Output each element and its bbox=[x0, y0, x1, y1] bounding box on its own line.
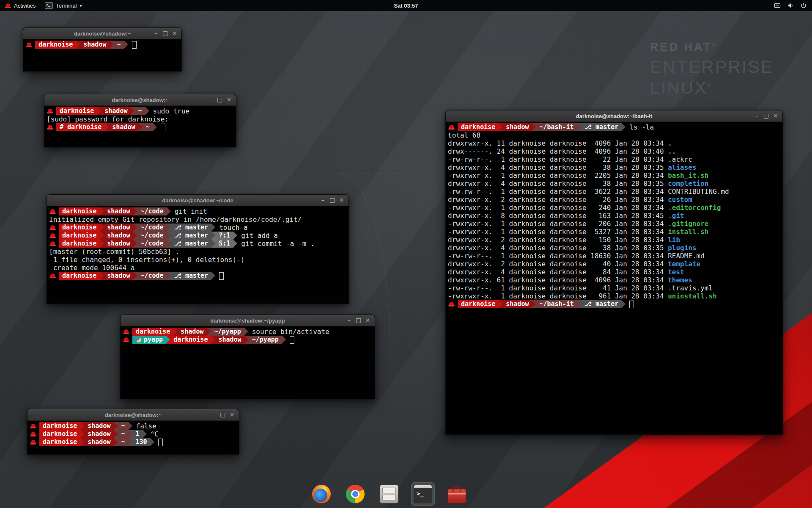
output-text: README.md bbox=[668, 252, 705, 260]
window-titlebar[interactable]: darknoise@shadow:~/code–□× bbox=[47, 195, 348, 206]
output-text: template bbox=[668, 260, 700, 268]
terminal-line: darknoiseshadow~130 bbox=[30, 438, 238, 446]
terminal-line: [sudo] password for darknoise: bbox=[47, 115, 235, 123]
output-text: -rwxrwxr-x. 1 darknoise darknoise 206 Ja… bbox=[448, 220, 668, 228]
window-titlebar[interactable]: darknoise@shadow:~–□× bbox=[23, 28, 181, 39]
terminal-line: darknoiseshadow~/code⎇ masterS:1git comm… bbox=[49, 240, 348, 248]
clock[interactable]: Sat 03:57 bbox=[394, 3, 418, 9]
output-text: -rw-rw-r--. 1 darknoise darknoise 3622 J… bbox=[448, 188, 668, 196]
terminal-line: -rwxrwxr-x. 1 darknoise darknoise 961 Ja… bbox=[448, 292, 782, 300]
prompt-segment-path: ~/code bbox=[137, 224, 167, 232]
prompt-segment-path: ~ bbox=[118, 438, 128, 446]
window-titlebar[interactable]: darknoise@shadow:~/pyapp–□× bbox=[121, 315, 375, 326]
prompt-segment-user: darknoise bbox=[39, 422, 80, 430]
terminal-line: drwxrwxr-x. 4 darknoise darknoise 38 Jan… bbox=[448, 179, 782, 188]
dock-software[interactable] bbox=[445, 482, 469, 506]
powerline-separator-icon bbox=[114, 438, 118, 446]
redhat-prompt-icon bbox=[30, 439, 36, 445]
prompt-segment-host: shadow bbox=[101, 107, 131, 115]
maximize-button[interactable]: □ bbox=[219, 411, 227, 419]
powerline-separator-icon bbox=[245, 336, 249, 344]
dock-terminal[interactable] bbox=[411, 482, 435, 506]
app-menu[interactable]: Terminal ▾ bbox=[40, 0, 86, 11]
close-button[interactable]: × bbox=[337, 196, 346, 204]
prompt-segment-git: ⎇ master bbox=[171, 224, 212, 232]
prompt-segment-host: shadow bbox=[104, 232, 133, 240]
powerline-separator-icon bbox=[577, 300, 581, 308]
terminal-content[interactable]: darknoiseshadow~falsedarknoiseshadow~1^C… bbox=[27, 421, 239, 454]
powerline-separator-icon bbox=[173, 328, 177, 336]
powerline-separator-icon bbox=[76, 41, 80, 49]
prompt-segment-path: ~/pyapp bbox=[211, 328, 244, 336]
output-text: install.sh bbox=[668, 228, 708, 236]
output-text: .ackrc bbox=[668, 155, 692, 163]
prompt-segment-git: ⎇ master bbox=[171, 240, 212, 248]
prompt-segment-path: ~ bbox=[134, 107, 145, 115]
maximize-button[interactable]: □ bbox=[161, 30, 169, 38]
maximize-button[interactable]: □ bbox=[354, 317, 362, 325]
output-text: drwxrwxr-x. 4 darknoise darknoise 38 Jan… bbox=[448, 244, 668, 252]
window-titlebar[interactable]: darknoise@shadow:~–□× bbox=[27, 409, 239, 421]
display-icon[interactable] bbox=[774, 2, 781, 9]
close-button[interactable]: × bbox=[225, 96, 233, 104]
prompt-segment-host: shadow bbox=[215, 336, 244, 344]
window-titlebar[interactable]: darknoise@shadow:~–□× bbox=[44, 94, 236, 106]
maximize-button[interactable]: □ bbox=[762, 112, 770, 120]
power-icon[interactable] bbox=[800, 2, 807, 9]
powerline-separator-icon bbox=[167, 272, 171, 280]
volume-icon[interactable] bbox=[787, 2, 794, 9]
redhat-prompt-icon bbox=[30, 423, 36, 429]
terminal-window-3: darknoise@shadow:~/code–□×darknoiseshado… bbox=[47, 194, 349, 304]
output-text: test bbox=[668, 268, 684, 276]
powerline-separator-icon bbox=[211, 240, 215, 248]
minimize-button[interactable]: – bbox=[152, 30, 160, 38]
powerline-separator-icon bbox=[133, 272, 137, 280]
maximize-button[interactable]: □ bbox=[216, 96, 224, 104]
output-text: .travis.yml bbox=[668, 284, 713, 292]
dock-chrome[interactable] bbox=[343, 482, 367, 506]
powerline-separator-icon bbox=[131, 107, 134, 115]
dock-firefox[interactable] bbox=[310, 482, 333, 506]
close-button[interactable]: × bbox=[170, 30, 178, 38]
close-button[interactable]: × bbox=[228, 411, 236, 419]
dock-app-grid[interactable] bbox=[479, 482, 502, 506]
output-text: -rw-rw-r--. 1 darknoise darknoise 22 Jan… bbox=[448, 155, 668, 163]
powerline-separator-icon bbox=[499, 300, 502, 308]
redhat-prompt-icon bbox=[448, 124, 455, 130]
minimize-button[interactable]: – bbox=[319, 196, 327, 204]
terminal-content[interactable]: darknoiseshadow~/codegit initInitialized… bbox=[47, 206, 348, 304]
minimize-button[interactable]: – bbox=[206, 96, 214, 104]
prompt-segment-host: shadow bbox=[177, 328, 207, 336]
output-text: Initialized empty Git repository in /hom… bbox=[49, 215, 302, 224]
terminal-content[interactable]: darknoiseshadow~/pyappsource bin/activat… bbox=[121, 326, 375, 399]
close-button[interactable]: × bbox=[364, 317, 372, 325]
powerline-separator-icon bbox=[153, 123, 157, 131]
terminal-window-2: darknoise@shadow:~–□×darknoiseshadow~sud… bbox=[44, 94, 236, 147]
terminal-line: drwxrwxr-x. 11 darknoise darknoise 4096 … bbox=[448, 139, 782, 147]
terminal-content[interactable]: darknoiseshadow~ bbox=[23, 39, 181, 71]
terminal-content[interactable]: darknoiseshadow~/bash-it⎇ masterls -lato… bbox=[446, 122, 782, 434]
maximize-button[interactable]: □ bbox=[328, 196, 336, 204]
window-titlebar[interactable]: darknoise@shadow:~/bash-it–□× bbox=[446, 110, 782, 122]
minimize-button[interactable]: – bbox=[753, 112, 761, 120]
minimize-button[interactable]: – bbox=[345, 317, 353, 325]
terminal-content[interactable]: darknoiseshadow~sudo true[sudo] password… bbox=[44, 106, 236, 147]
output-text: drwxrwxr-x. 2 darknoise darknoise 40 Jan… bbox=[448, 260, 668, 268]
close-button[interactable]: × bbox=[771, 112, 779, 120]
terminal-line: pyappdarknoiseshadow~/pyapp bbox=[123, 336, 374, 344]
powerline-separator-icon bbox=[80, 422, 84, 430]
terminal-line: -rwxrwxr-x. 1 darknoise darknoise 206 Ja… bbox=[448, 220, 782, 228]
terminal-window-6: darknoise@shadow:~/bash-it–□×darknoisesh… bbox=[445, 110, 783, 435]
prompt-segment-user: # darknoise bbox=[56, 123, 105, 131]
output-text: bash_it.sh bbox=[668, 171, 708, 179]
terminal-line: drwxrwxr-x. 2 darknoise darknoise 40 Jan… bbox=[448, 260, 782, 268]
dock-files[interactable] bbox=[377, 482, 401, 506]
minimize-button[interactable]: – bbox=[209, 411, 217, 419]
redhat-prompt-icon bbox=[49, 233, 56, 238]
powerline-separator-icon bbox=[133, 240, 137, 248]
activities-button[interactable]: Activities bbox=[0, 0, 40, 11]
prompt-segment-path: ~/code bbox=[137, 232, 167, 240]
redhat-prompt-icon bbox=[49, 273, 56, 279]
prompt-segment-path: ~/code bbox=[137, 207, 167, 215]
window-controls: –□× bbox=[206, 94, 233, 105]
